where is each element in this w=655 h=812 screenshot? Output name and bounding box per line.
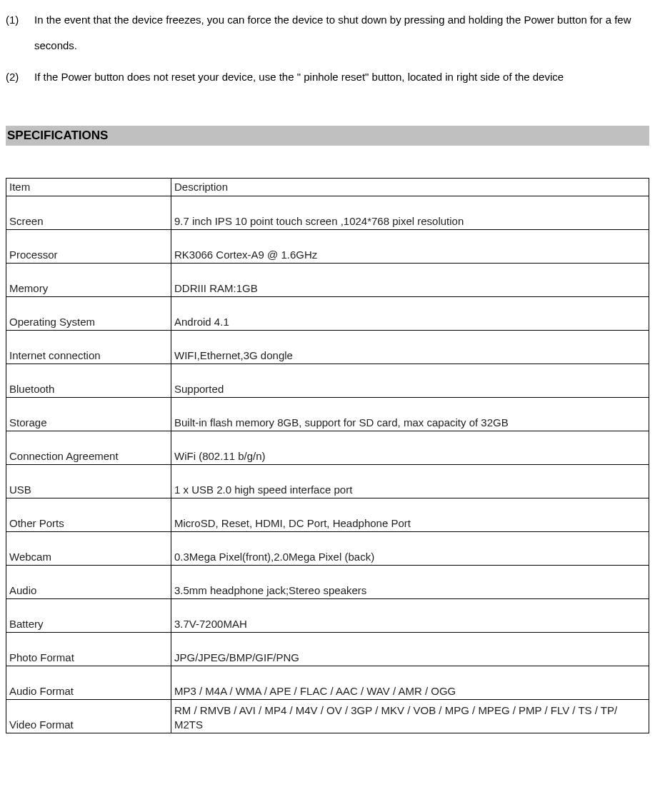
table-row: USB 1 x USB 2.0 high speed interface por… (6, 465, 649, 498)
list-item-1: (1) In the event that the device freezes… (6, 7, 649, 59)
spec-desc: MicroSD, Reset, HDMI, DC Port, Headphone… (171, 498, 649, 532)
table-row: Other Ports MicroSD, Reset, HDMI, DC Por… (6, 498, 649, 532)
spec-desc: WIFI,Ethernet,3G dongle (171, 331, 649, 364)
spec-desc: 9.7 inch IPS 10 point touch screen ,1024… (171, 196, 649, 230)
spec-desc: Android 4.1 (171, 297, 649, 331)
spec-item: Battery (6, 599, 171, 633)
spec-item: Webcam (6, 532, 171, 566)
table-row: Operating System Android 4.1 (6, 297, 649, 331)
list-text: If the Power button does not reset your … (34, 64, 649, 90)
table-row: Photo Format JPG/JPEG/BMP/GIF/PNG (6, 633, 649, 666)
spec-item: Connection Agreement (6, 431, 171, 465)
spec-item: Photo Format (6, 633, 171, 666)
spec-desc: 1 x USB 2.0 high speed interface port (171, 465, 649, 498)
list-marker: (2) (6, 64, 34, 90)
spec-item: Audio (6, 566, 171, 599)
table-row: Video Format RM / RMVB / AVI / MP4 / M4V… (6, 700, 649, 733)
table-row: Storage Built-in flash memory 8GB, suppo… (6, 398, 649, 431)
list-item-2: (2) If the Power button does not reset y… (6, 64, 649, 90)
spec-item: Other Ports (6, 498, 171, 532)
spec-item: Screen (6, 196, 171, 230)
spec-item: Bluetooth (6, 364, 171, 398)
section-heading-specifications: SPECIFICATIONS (6, 126, 649, 146)
table-header-item: Item (6, 179, 171, 196)
spec-desc: 3.5mm headphone jack;Stereo speakers (171, 566, 649, 599)
spec-item: Operating System (6, 297, 171, 331)
table-row: Memory DDRIII RAM:1GB (6, 264, 649, 297)
table-row: Audio 3.5mm headphone jack;Stereo speake… (6, 566, 649, 599)
spec-item: Video Format (6, 700, 171, 733)
spec-desc: WiFi (802.11 b/g/n) (171, 431, 649, 465)
table-header-row: Item Description (6, 179, 649, 196)
spec-desc: JPG/JPEG/BMP/GIF/PNG (171, 633, 649, 666)
spec-desc: RK3066 Cortex-A9 @ 1.6GHz (171, 230, 649, 264)
list-text: In the event that the device freezes, yo… (34, 7, 649, 59)
table-row: Internet connection WIFI,Ethernet,3G don… (6, 331, 649, 364)
table-row: Audio Format MP3 / M4A / WMA / APE / FLA… (6, 666, 649, 700)
spec-desc: MP3 / M4A / WMA / APE / FLAC / AAC / WAV… (171, 666, 649, 700)
table-row: Screen 9.7 inch IPS 10 point touch scree… (6, 196, 649, 230)
specifications-table: Item Description Screen 9.7 inch IPS 10 … (6, 178, 649, 733)
table-row: Connection Agreement WiFi (802.11 b/g/n) (6, 431, 649, 465)
spec-desc: RM / RMVB / AVI / MP4 / M4V / OV / 3GP /… (171, 700, 649, 733)
spec-item: Audio Format (6, 666, 171, 700)
spec-item: Memory (6, 264, 171, 297)
table-row: Battery 3.7V-7200MAH (6, 599, 649, 633)
spec-item: USB (6, 465, 171, 498)
table-header-desc: Description (171, 179, 649, 196)
spec-item: Internet connection (6, 331, 171, 364)
table-row: Bluetooth Supported (6, 364, 649, 398)
spec-desc: 3.7V-7200MAH (171, 599, 649, 633)
spec-desc: DDRIII RAM:1GB (171, 264, 649, 297)
spec-item: Processor (6, 230, 171, 264)
table-row: Webcam 0.3Mega Pixel(front),2.0Mega Pixe… (6, 532, 649, 566)
spec-desc: Built-in flash memory 8GB, support for S… (171, 398, 649, 431)
table-row: Processor RK3066 Cortex-A9 @ 1.6GHz (6, 230, 649, 264)
spec-desc: 0.3Mega Pixel(front),2.0Mega Pixel (back… (171, 532, 649, 566)
list-marker: (1) (6, 7, 34, 33)
spec-item: Storage (6, 398, 171, 431)
spec-desc: Supported (171, 364, 649, 398)
